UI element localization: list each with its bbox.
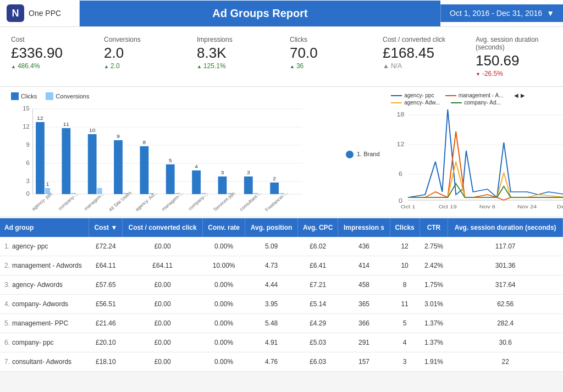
col-header-clicks[interactable]: Clicks: [390, 218, 420, 237]
svg-text:15: 15: [23, 106, 30, 112]
svg-text:12: 12: [397, 141, 405, 147]
cell-conv-rate: 10.00%: [203, 256, 245, 275]
metric-clicks: Clicks 70.0 36: [290, 36, 366, 78]
cell-cost: £64.11: [89, 256, 123, 275]
svg-text:Nov 24: Nov 24: [517, 204, 537, 209]
up-arrow-icon: [290, 62, 295, 70]
cell-impressions: 291: [338, 333, 390, 352]
table-header-row: Ad group Cost ▼ Cost / converted click C…: [0, 218, 563, 237]
metric-conversions-value: 2.0: [104, 46, 180, 60]
prev-icon[interactable]: ◀: [514, 92, 518, 98]
cell-avg-pos: 4.44: [245, 275, 298, 295]
cell-session: 317.64: [448, 275, 563, 295]
cell-ctr: 1.91%: [420, 352, 448, 372]
metric-conversions-label: Conversions: [104, 36, 180, 43]
col-header-cost[interactable]: Cost ▼: [89, 218, 123, 237]
svg-text:3: 3: [247, 170, 250, 175]
metric-impressions: Impressions 8.3K 125.1%: [197, 36, 273, 78]
metric-cost-change: 486.4%: [11, 62, 87, 70]
line-legend-row-2: agency- Adw... company- Ad...: [391, 100, 525, 106]
svg-text:3: 3: [221, 170, 224, 175]
svg-text:8: 8: [143, 140, 146, 145]
svg-text:9: 9: [117, 134, 120, 139]
metric-cost-converted: Cost / converted click £168.45 ▲ N/A: [383, 36, 459, 78]
agency-adw-legend-line: [391, 102, 402, 103]
svg-rect-30: [166, 164, 175, 194]
legend-nav-icons[interactable]: ◀ ▶: [514, 92, 525, 98]
col-header-impressions[interactable]: Impression s: [338, 218, 390, 237]
table-row: 1.agency- ppc £72.24 £0.00 0.00% 5.09 £6…: [0, 237, 563, 256]
cell-clicks: 8: [390, 275, 420, 295]
cell-session: 30.6: [448, 333, 563, 352]
table-section: Ad group Cost ▼ Cost / converted click C…: [0, 218, 563, 372]
cell-avg-pos: 4.76: [245, 352, 298, 372]
metric-clicks-value: 70.0: [290, 46, 366, 60]
col-header-session[interactable]: Avg. session duration (seconds): [448, 218, 563, 237]
metric-conversions-change: 2.0: [104, 62, 180, 70]
cell-ad-group: 2.management - Adwords: [0, 256, 89, 275]
cell-clicks: 5: [390, 314, 420, 333]
cell-avg-pos: 4.73: [245, 256, 298, 275]
cell-impressions: 366: [338, 314, 390, 333]
down-arrow-icon: [476, 70, 481, 78]
agency-ppc-legend-line: [391, 95, 402, 96]
logo-icon: N: [7, 4, 24, 22]
cell-cost: £72.24: [89, 237, 123, 256]
svg-rect-42: [270, 183, 279, 194]
cell-ad-group: 1.agency- ppc: [0, 237, 89, 256]
cell-session: 282.4: [448, 314, 563, 333]
svg-text:5: 5: [169, 158, 172, 163]
next-icon[interactable]: ▶: [521, 92, 525, 98]
col-header-cost-conv[interactable]: Cost / converted click: [123, 218, 203, 237]
date-range-selector[interactable]: Oct 1, 2016 - Dec 31, 2016 ▼: [440, 4, 563, 22]
line-chart-container: agency- ppc management - A... ◀ ▶ agency…: [391, 92, 563, 217]
cell-impressions: 414: [338, 256, 390, 275]
svg-rect-36: [218, 176, 227, 194]
cell-ctr: 1.75%: [420, 275, 448, 295]
svg-text:4: 4: [195, 164, 198, 169]
clicks-legend-label: Clicks: [21, 93, 37, 100]
metric-clicks-label: Clicks: [290, 36, 366, 43]
cell-avg-pos: 5.48: [245, 314, 298, 333]
col-header-avg-pos[interactable]: Avg. position: [245, 218, 298, 237]
svg-text:1: 1: [46, 181, 49, 187]
line-legend-row-1: agency- ppc management - A... ◀ ▶: [391, 92, 525, 98]
col-header-ctr[interactable]: CTR: [420, 218, 448, 237]
data-table: Ad group Cost ▼ Cost / converted click C…: [0, 218, 563, 372]
legend-agency-adw: agency- Adw...: [391, 100, 440, 106]
col-header-conv-rate[interactable]: Conv. rate: [203, 218, 245, 237]
cell-conv-rate: 0.00%: [203, 333, 245, 352]
cell-conv-rate: 0.00%: [203, 352, 245, 372]
cell-ad-group: 3.agency- Adwords: [0, 275, 89, 295]
svg-text:0: 0: [26, 191, 30, 197]
col-header-avg-cpc[interactable]: Avg. CPC: [297, 218, 338, 237]
svg-rect-39: [244, 176, 253, 194]
col-header-ad-group[interactable]: Ad group: [0, 218, 89, 237]
metric-impressions-value: 8.3K: [197, 46, 273, 60]
svg-text:12: 12: [23, 124, 30, 130]
cell-session: 62.56: [448, 295, 563, 314]
table-row: 6.company- ppc £20.10 £0.00 0.00% 4.91 £…: [0, 333, 563, 352]
cell-cost: £20.10: [89, 333, 123, 352]
cell-avg-cpc: £4.29: [297, 314, 338, 333]
svg-text:Nov 6: Nov 6: [479, 204, 496, 209]
line-chart: 18 12 6 0 Oct 1 Oct 19 Nov 6 Nov 24 Dec …: [391, 107, 563, 217]
cell-cost: £57.65: [89, 275, 123, 295]
svg-text:18: 18: [397, 112, 405, 118]
svg-point-55: [346, 151, 354, 158]
up-arrow-icon: [197, 62, 202, 70]
cell-avg-cpc: £6.02: [297, 237, 338, 256]
cell-cost: £21.46: [89, 314, 123, 333]
cell-conv-rate: 0.00%: [203, 295, 245, 314]
cell-ctr: 1.37%: [420, 333, 448, 352]
cell-ctr: 2.42%: [420, 256, 448, 275]
metric-cost-label: Cost: [11, 36, 87, 43]
cell-impressions: 436: [338, 237, 390, 256]
scatter-chart-container: 1. Brand: [314, 92, 385, 217]
page-title: Ad Groups Report: [80, 1, 440, 26]
cell-avg-pos: 4.91: [245, 333, 298, 352]
bar-chart: Clicks 15 12 9 6 3 0: [11, 103, 308, 213]
table-row: 3.agency- Adwords £57.65 £0.00 0.00% 4.4…: [0, 275, 563, 295]
table-row: 4.company- Adwords £56.51 £0.00 0.00% 3.…: [0, 295, 563, 314]
cell-avg-cpc: £6.03: [297, 352, 338, 372]
